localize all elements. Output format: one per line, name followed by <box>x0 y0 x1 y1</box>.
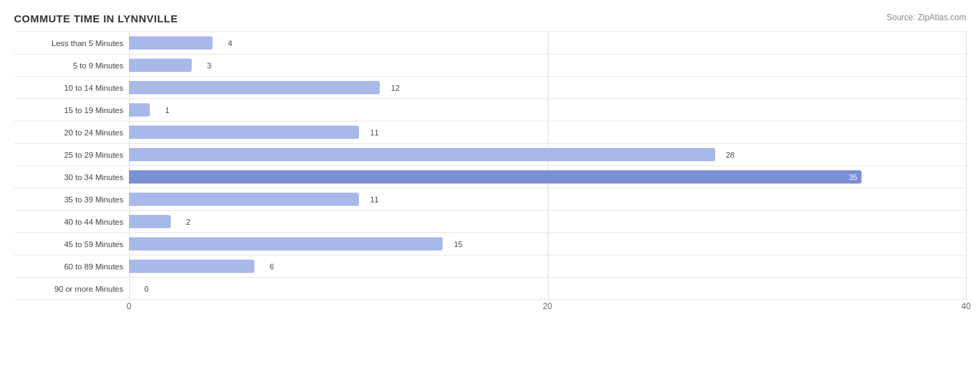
bar-row: 40 to 44 Minutes2 <box>14 210 966 232</box>
bars-section: Less than 5 Minutes45 to 9 Minutes310 to… <box>14 31 966 300</box>
bar-row: 25 to 29 Minutes28 <box>14 143 966 165</box>
bar-row: 45 to 59 Minutes15 <box>14 232 966 255</box>
bar-label: 20 to 24 Minutes <box>14 128 129 137</box>
bar-value: 4 <box>228 39 232 47</box>
bar-label: 90 or more Minutes <box>14 285 129 293</box>
bar-value: 11 <box>370 195 378 204</box>
bar-fill: 12 <box>129 81 380 94</box>
bar-value: 3 <box>207 61 211 70</box>
bar-label: 25 to 29 Minutes <box>14 151 129 159</box>
bar-fill: 35 <box>129 170 862 184</box>
bar-track: 15 <box>129 233 966 255</box>
bar-fill: 4 <box>129 36 213 50</box>
bar-value: 11 <box>370 128 378 137</box>
bar-row: 30 to 34 Minutes35 <box>14 165 966 188</box>
bar-label: 5 to 9 Minutes <box>14 61 129 70</box>
bar-fill: 11 <box>129 126 359 139</box>
bar-row: 60 to 89 Minutes6 <box>14 255 966 277</box>
bar-label: Less than 5 Minutes <box>14 39 129 47</box>
bar-track: 12 <box>129 77 966 98</box>
bar-label: 15 to 19 Minutes <box>14 106 129 114</box>
chart-area: Less than 5 Minutes45 to 9 Minutes310 to… <box>14 31 966 321</box>
bar-row: 20 to 24 Minutes11 <box>14 121 966 143</box>
bar-value: 28 <box>726 151 734 159</box>
grid-line <box>966 31 967 300</box>
bar-track: 11 <box>129 121 966 143</box>
chart-source: Source: ZipAtlas.com <box>887 13 966 22</box>
bar-value: 6 <box>270 262 274 271</box>
bar-track: 2 <box>129 211 966 232</box>
bar-label: 40 to 44 Minutes <box>14 218 129 226</box>
x-axis-label: 20 <box>543 301 552 311</box>
chart-title: COMMUTE TIME IN LYNNVILLE <box>14 13 178 24</box>
bar-row: 15 to 19 Minutes1 <box>14 98 966 121</box>
bar-value: 15 <box>454 240 462 248</box>
bar-track: 4 <box>129 32 966 54</box>
bar-fill: 2 <box>129 215 171 228</box>
bar-value: 1 <box>165 106 169 114</box>
bar-label: 30 to 34 Minutes <box>14 173 129 181</box>
bar-fill: 1 <box>129 103 150 117</box>
bar-fill: 15 <box>129 237 443 251</box>
x-axis: 02040 <box>129 301 966 321</box>
bar-value: 2 <box>186 218 190 226</box>
x-axis-label: 0 <box>127 301 132 311</box>
chart-container: COMMUTE TIME IN LYNNVILLE Source: ZipAtl… <box>0 0 980 365</box>
bar-fill: 6 <box>129 260 254 273</box>
bar-value: 12 <box>391 84 399 92</box>
bar-fill: 11 <box>129 193 359 206</box>
x-axis-label: 40 <box>961 301 970 311</box>
bar-row: 35 to 39 Minutes11 <box>14 188 966 210</box>
bar-label: 45 to 59 Minutes <box>14 240 129 248</box>
bar-row: 10 to 14 Minutes12 <box>14 76 966 98</box>
bar-fill: 28 <box>129 148 715 161</box>
chart-header: COMMUTE TIME IN LYNNVILLE Source: ZipAtl… <box>14 13 966 24</box>
bar-track: 0 <box>129 278 966 299</box>
bar-value: 0 <box>144 285 148 293</box>
bar-row: 90 or more Minutes0 <box>14 277 966 300</box>
bar-track: 6 <box>129 255 966 277</box>
bar-track: 11 <box>129 188 966 210</box>
bar-track: 28 <box>129 144 966 165</box>
bar-value: 35 <box>849 173 857 181</box>
bar-track: 1 <box>129 99 966 121</box>
bar-row: Less than 5 Minutes4 <box>14 31 966 54</box>
bar-fill: 3 <box>129 59 192 72</box>
bar-track: 35 <box>129 166 966 188</box>
bar-row: 5 to 9 Minutes3 <box>14 54 966 76</box>
bar-label: 35 to 39 Minutes <box>14 195 129 204</box>
bar-track: 3 <box>129 54 966 76</box>
bar-label: 10 to 14 Minutes <box>14 84 129 92</box>
bar-label: 60 to 89 Minutes <box>14 262 129 271</box>
